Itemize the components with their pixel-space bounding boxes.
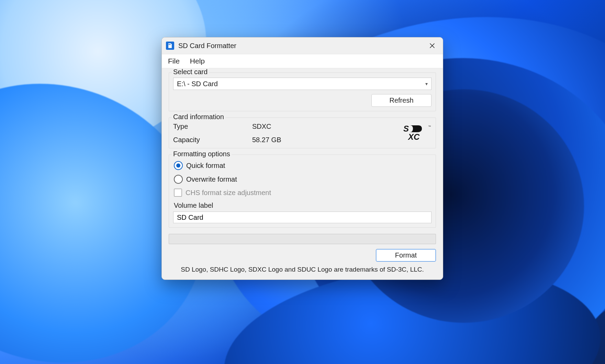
close-icon xyxy=(429,43,435,48)
card-information-group: Card information Type SDXC S ™ XC Capaci… xyxy=(169,117,436,148)
sd-card-formatter-window: SD Card Formatter File Help Select card … xyxy=(161,37,443,280)
volume-label-caption: Volume label xyxy=(174,202,432,209)
titlebar[interactable]: SD Card Formatter xyxy=(162,37,443,54)
overwrite-format-radio[interactable]: Overwrite format xyxy=(174,175,432,184)
formatting-options-legend: Formatting options xyxy=(172,150,232,158)
card-drive-select[interactable]: E:\ - SD Card ▾ xyxy=(173,78,432,90)
card-drive-value: E:\ - SD Card xyxy=(177,80,425,88)
quick-format-radio[interactable]: Quick format xyxy=(174,161,432,170)
volume-label-input[interactable] xyxy=(173,212,432,223)
chs-format-checkbox[interactable]: CHS format size adjustment xyxy=(174,189,432,197)
app-icon xyxy=(166,42,174,50)
close-button[interactable] xyxy=(424,39,440,53)
menubar: File Help xyxy=(162,54,443,68)
window-title: SD Card Formatter xyxy=(178,42,236,50)
formatting-options-group: Formatting options Quick format Overwrit… xyxy=(169,155,436,228)
menu-file[interactable]: File xyxy=(166,56,182,66)
format-button[interactable]: Format xyxy=(376,249,436,262)
capacity-value: 58.27 GB xyxy=(252,136,401,144)
refresh-button[interactable]: Refresh xyxy=(371,94,432,107)
select-card-group: Select card E:\ - SD Card ▾ Refresh xyxy=(169,72,436,111)
select-card-legend: Select card xyxy=(172,68,209,76)
trademark-footer: SD Logo, SDHC Logo, SDXC Logo and SDUC L… xyxy=(169,264,436,277)
checkbox-unchecked-icon xyxy=(174,189,182,197)
type-value: SDXC xyxy=(252,123,401,130)
type-label: Type xyxy=(173,123,252,130)
chevron-down-icon: ▾ xyxy=(425,81,428,87)
card-information-legend: Card information xyxy=(172,113,225,121)
svg-text:XC: XC xyxy=(407,132,420,141)
radio-selected-icon xyxy=(174,161,183,170)
capacity-label: Capacity xyxy=(173,136,252,144)
svg-text:S: S xyxy=(403,124,409,133)
radio-unselected-icon xyxy=(174,175,183,184)
chs-format-label: CHS format size adjustment xyxy=(186,189,271,197)
overwrite-format-label: Overwrite format xyxy=(186,175,237,183)
svg-text:™: ™ xyxy=(428,125,431,128)
progress-bar xyxy=(169,234,436,244)
menu-help[interactable]: Help xyxy=(188,56,207,66)
sdxc-logo-icon: S ™ XC xyxy=(403,124,432,143)
quick-format-label: Quick format xyxy=(186,162,225,170)
